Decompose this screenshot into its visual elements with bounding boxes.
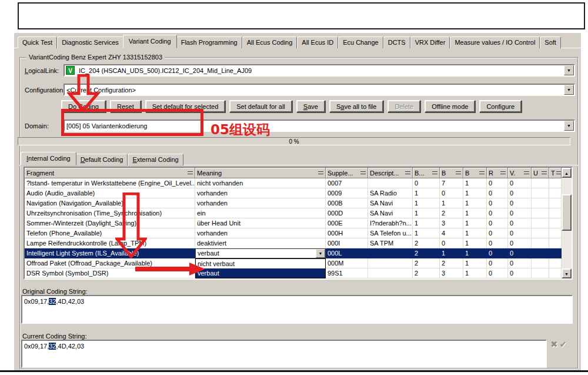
coding-string-segment: 0x09,17,	[24, 343, 49, 350]
table-row[interactable]: Intelligent Light System (ILS_Available)…	[25, 248, 562, 258]
table-cell: 0	[508, 208, 532, 218]
column-header-descript[interactable]: Descript...	[368, 168, 413, 178]
set-default-for-selected-button[interactable]: Set default for selected	[145, 100, 226, 112]
column-header-meaning[interactable]: Meaning	[195, 168, 326, 178]
column-filter-icon[interactable]	[405, 171, 410, 174]
scroll-down-icon[interactable]: ▼	[562, 268, 572, 278]
column-filter-icon[interactable]	[360, 171, 366, 174]
tab-diagnostic-services[interactable]: Diagnostic Services	[57, 36, 123, 48]
configure-button[interactable]: Configure	[479, 100, 522, 112]
table-row[interactable]: Lampe Reifendruckkontrolle (Lamp_TPM)dea…	[25, 238, 562, 248]
table-cell: 2	[413, 268, 440, 278]
delete-button[interactable]: Delete	[387, 100, 420, 112]
column-filter-icon[interactable]	[318, 171, 323, 174]
table-row[interactable]: Audio (Audio_available)vorhanden0009SA R…	[25, 188, 562, 198]
domain-combobox[interactable]: [005] 05 Variantenkodierung ▼	[64, 120, 575, 132]
column-filter-icon[interactable]	[432, 171, 437, 174]
table-cell: 3	[440, 218, 463, 228]
original-coding-label: Original Coding String:	[22, 288, 88, 295]
logical-link-combobox[interactable]: V IC_204 (HSCAN_UDS_500).IC212_IC_204_Mi…	[64, 64, 575, 77]
tab-ecu-change[interactable]: Ecu Change	[338, 36, 383, 48]
cancel-icon[interactable]: ✖	[550, 339, 558, 350]
tab-all-ecus-coding[interactable]: All Ecus Coding	[242, 36, 298, 48]
column-filter-icon[interactable]	[456, 171, 461, 174]
tab-default-coding[interactable]: Default Coding	[76, 154, 128, 165]
scrollbar-thumb[interactable]	[562, 194, 572, 231]
table-cell	[549, 198, 562, 208]
coding-string-segment: ,4D,42,03	[56, 298, 84, 305]
column-header-label: Fragment	[26, 170, 54, 177]
table-cell	[549, 268, 562, 278]
table-cell: 1	[463, 188, 487, 198]
table-cell: 000H	[326, 228, 368, 238]
column-header-r[interactable]: R	[487, 168, 508, 178]
chevron-down-icon[interactable]: ▼	[564, 65, 574, 75]
table-cell: Lampe Reifendruckkontrolle (Lamp_TPM)	[25, 238, 195, 248]
column-header-supple[interactable]: Supple...	[326, 168, 368, 178]
configuration-combobox[interactable]: <Current Configuration> ▼	[64, 84, 575, 96]
set-default-for-all-button[interactable]: Set default for all	[229, 100, 292, 112]
grid-header-row: FragmentMeaningSupple...Descript...B...B…	[25, 168, 562, 178]
column-header-fragment[interactable]: Fragment	[25, 168, 195, 178]
table-cell: 1	[463, 268, 487, 278]
logical-link-label: LogicalLink:	[25, 67, 59, 74]
table-cell	[532, 198, 549, 208]
column-header-b[interactable]: B	[463, 168, 487, 178]
table-cell	[549, 188, 562, 198]
current-coding-string-field[interactable]: 0x09,17,32,4D,42,03	[21, 340, 547, 368]
confirm-icon[interactable]: ✔	[560, 339, 567, 350]
table-cell	[368, 178, 413, 188]
column-filter-icon[interactable]	[542, 171, 547, 174]
column-header-b[interactable]: B...	[413, 168, 440, 178]
table-cell: 0	[440, 188, 463, 198]
table-row[interactable]: ?lstand- temperatur in Werkstattebene (E…	[25, 178, 562, 188]
table-row[interactable]: Uhrzeitsynchronisation (Time_Synchronisa…	[25, 208, 562, 218]
table-cell	[532, 268, 549, 278]
tab-internal-coding[interactable]: Internal Coding	[21, 152, 76, 165]
column-header-t[interactable]: T	[549, 168, 562, 178]
dropdown-option[interactable]: verbaut	[196, 268, 325, 278]
tab-soft[interactable]: Soft	[540, 36, 561, 48]
tab-external-coding[interactable]: External Coding	[128, 154, 183, 165]
tab-variant-coding[interactable]: Variant Coding	[123, 35, 177, 48]
column-filter-icon[interactable]	[500, 171, 506, 174]
table-cell: 0	[508, 188, 532, 198]
table-cell: I?nderabh?n...	[368, 218, 413, 228]
column-header-label: R	[489, 170, 493, 177]
tab-all-ecus-id[interactable]: All Ecus ID	[297, 36, 338, 48]
original-coding-string-field[interactable]: 0x09,17,32,4D,42,03	[21, 295, 573, 324]
chevron-down-icon[interactable]: ▼	[564, 85, 574, 95]
tab-measure-values-io-control[interactable]: Measure values / IO Control	[450, 36, 540, 48]
vertical-scrollbar[interactable]: ▲ ▼	[562, 168, 572, 278]
chevron-down-icon[interactable]: ▼	[564, 121, 574, 131]
tab-dcts[interactable]: DCTS	[383, 36, 410, 48]
column-header-b[interactable]: B	[440, 168, 463, 178]
table-cell: 0	[508, 238, 532, 248]
table-row[interactable]: Navigation (Navigation_Available)vorhand…	[25, 198, 562, 208]
tab-quick-test[interactable]: Quick Test	[18, 36, 57, 48]
tab-vrx-differ[interactable]: VRX Differ	[410, 36, 450, 48]
column-filter-icon[interactable]	[524, 171, 529, 174]
save-all-to-file-button[interactable]: Save all to file	[329, 100, 384, 112]
table-cell: 1	[463, 228, 487, 238]
column-filter-icon[interactable]	[479, 171, 485, 174]
meaning-cell-combobox[interactable]: verbaut▼	[195, 248, 326, 258]
table-cell: 0	[487, 268, 508, 278]
dropdown-option[interactable]: nicht verbaut	[196, 259, 325, 268]
reset-button[interactable]: Reset	[110, 100, 141, 112]
table-row[interactable]: Sommer-/Winterzeit (Daylight_Saving)über…	[25, 218, 562, 228]
column-filter-icon[interactable]	[188, 171, 193, 174]
save-button[interactable]: Save	[296, 100, 325, 112]
chevron-down-icon[interactable]: ▼	[316, 249, 325, 258]
offline-mode-button[interactable]: Offline mode	[425, 100, 475, 112]
column-header-v[interactable]: V.	[508, 168, 532, 178]
table-cell: 000I	[326, 238, 368, 248]
table-cell: 000B	[326, 198, 368, 208]
scroll-up-icon[interactable]: ▲	[562, 168, 572, 178]
table-cell: 2	[413, 248, 440, 258]
column-header-u[interactable]: U	[532, 168, 549, 178]
table-row[interactable]: Telefon (Phone_Available)vorhanden000HSA…	[25, 228, 562, 238]
column-filter-icon[interactable]	[556, 171, 562, 174]
tab-flash-programming[interactable]: Flash Programming	[176, 36, 242, 48]
do-coding-button[interactable]: Do Coding	[61, 100, 106, 112]
